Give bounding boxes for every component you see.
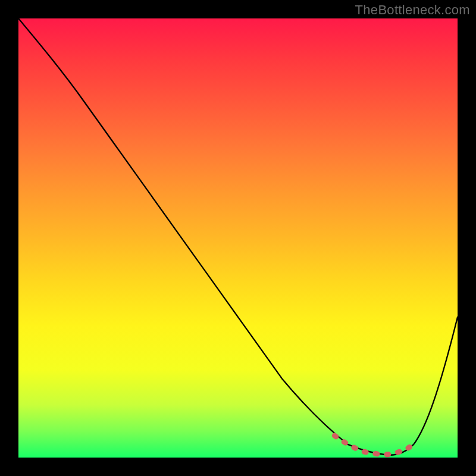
highlight-line	[334, 436, 414, 455]
plot-area	[18, 18, 458, 458]
watermark-text: TheBottleneck.com	[355, 2, 470, 18]
curve-line	[18, 18, 458, 455]
chart-svg	[18, 18, 458, 458]
chart-frame: TheBottleneck.com	[0, 0, 476, 476]
